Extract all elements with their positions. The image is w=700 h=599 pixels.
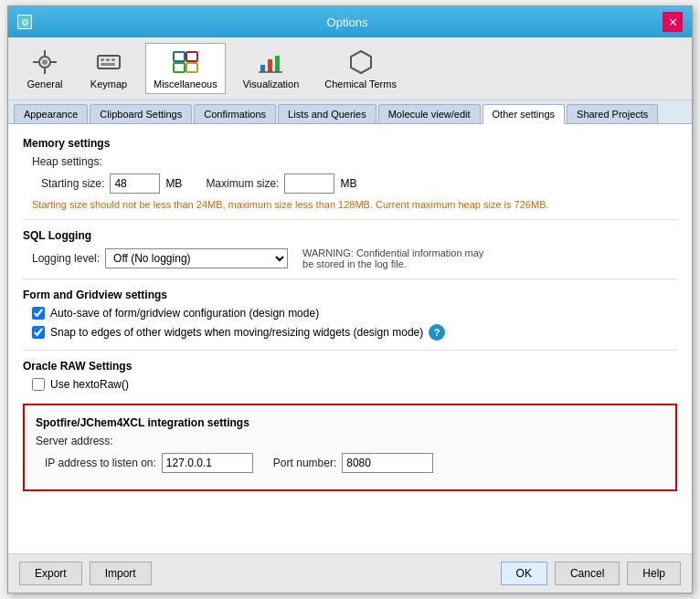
hextoraw-checkbox[interactable]	[32, 378, 45, 391]
logging-level-select[interactable]: Off (No logging) Basic Detailed	[105, 248, 288, 268]
toolbar-general-label: General	[27, 79, 62, 89]
ip-input[interactable]	[162, 453, 253, 473]
title-bar: ⚙ Options ✕	[8, 6, 692, 37]
window-title: Options	[32, 16, 663, 29]
svg-marker-19	[351, 51, 371, 73]
integration-title: Spotfire/JChem4XCL integration settings	[36, 416, 664, 429]
chemical-icon	[346, 47, 376, 77]
import-button[interactable]: Import	[90, 562, 152, 585]
svg-rect-10	[101, 63, 115, 66]
tab-other-settings[interactable]: Other settings	[483, 104, 565, 124]
memory-settings-title: Memory settings	[23, 137, 677, 150]
tab-lists-and-queries[interactable]: Lists and Queries	[278, 104, 377, 123]
svg-rect-16	[268, 59, 272, 72]
starting-size-label: Starting size:	[41, 177, 104, 190]
autosave-label: Auto-save of form/gridview configuration…	[50, 307, 319, 320]
maximum-size-input[interactable]	[284, 173, 334, 194]
oracle-raw-title: Oracle RAW Settings	[23, 360, 677, 373]
footer: Export Import OK Cancel Help	[8, 553, 692, 593]
svg-rect-9	[111, 58, 115, 61]
snap-checkbox[interactable]	[32, 326, 45, 339]
maximum-size-label: Maximum size:	[206, 177, 279, 190]
heap-warning-text: Starting size should not be less than 24…	[32, 199, 677, 210]
integration-settings-box: Spotfire/JChem4XCL integration settings …	[23, 404, 677, 491]
keymap-icon	[94, 47, 123, 77]
server-address-label: Server address:	[36, 435, 664, 447]
form-gridview-title: Form and Gridview settings	[23, 289, 677, 301]
svg-point-1	[42, 59, 48, 65]
misc-icon	[171, 47, 200, 77]
toolbar-keymap-label: Keymap	[90, 79, 127, 89]
toolbar: General Keymap	[8, 37, 692, 100]
toolbar-misc-label: Miscellaneous	[154, 79, 217, 89]
toolbar-chem-label: Chemical Terms	[324, 79, 397, 89]
mb-label-1: MB	[165, 177, 182, 190]
app-icon: ⚙	[17, 15, 32, 29]
close-button[interactable]: ✕	[663, 12, 683, 32]
footer-right: OK Cancel Help	[501, 562, 681, 585]
svg-rect-8	[106, 58, 110, 61]
snap-label: Snap to edges of other widgets when movi…	[50, 326, 423, 339]
toolbar-keymap[interactable]: Keymap	[81, 43, 136, 94]
help-button[interactable]: Help	[627, 562, 681, 585]
tab-appearance[interactable]: Appearance	[14, 104, 88, 123]
svg-rect-12	[186, 52, 197, 61]
mb-label-2: MB	[340, 177, 356, 190]
port-label: Port number:	[273, 457, 336, 469]
logging-level-label: Logging level:	[32, 252, 100, 265]
autosave-checkbox[interactable]	[32, 307, 45, 320]
tab-shared-projects[interactable]: Shared Projects	[567, 104, 658, 123]
svg-rect-14	[186, 63, 197, 72]
ip-label: IP address to listen on:	[45, 457, 156, 469]
tab-molecule-view-edit[interactable]: Molecule view/edit	[378, 104, 481, 123]
heap-settings-label: Heap settings:	[32, 155, 677, 168]
footer-left: Export Import	[19, 562, 152, 585]
starting-size-input[interactable]	[110, 173, 160, 194]
ok-button[interactable]: OK	[501, 562, 547, 585]
cancel-button[interactable]: Cancel	[555, 562, 620, 585]
tab-confirmations[interactable]: Confirmations	[194, 104, 276, 123]
svg-rect-6	[98, 56, 120, 68]
svg-rect-15	[260, 65, 265, 72]
tab-bar: Appearance Clipboard Settings Confirmati…	[8, 100, 692, 124]
svg-rect-7	[101, 58, 104, 61]
toolbar-visualization[interactable]: Visualization	[235, 43, 308, 94]
svg-rect-11	[174, 52, 185, 61]
visualization-icon	[256, 47, 285, 77]
sql-warning-text: WARNING: Confidential information may be…	[302, 247, 485, 269]
toolbar-chemical-terms[interactable]: Chemical Terms	[316, 43, 405, 94]
general-icon	[30, 47, 59, 77]
toolbar-miscellaneous[interactable]: Miscellaneous	[145, 43, 226, 94]
port-input[interactable]	[342, 453, 433, 473]
export-button[interactable]: Export	[19, 562, 82, 585]
hextoraw-label: Use hextoRaw()	[50, 378, 129, 391]
options-window: ⚙ Options ✕ General	[7, 5, 693, 594]
tab-content: Memory settings Heap settings: Starting …	[8, 124, 692, 553]
svg-rect-13	[174, 63, 185, 72]
tab-clipboard-settings[interactable]: Clipboard Settings	[90, 104, 192, 123]
snap-help-icon[interactable]: ?	[429, 324, 445, 341]
sql-logging-title: SQL Logging	[23, 229, 677, 242]
toolbar-general[interactable]: General	[17, 43, 72, 94]
toolbar-vis-label: Visualization	[243, 79, 300, 89]
svg-rect-17	[275, 56, 280, 72]
